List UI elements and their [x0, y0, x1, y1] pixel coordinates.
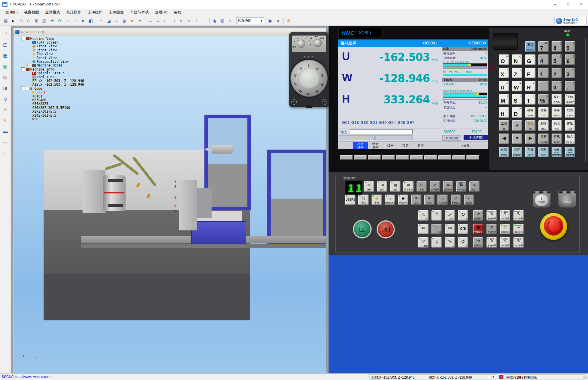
softkey[interactable]: 绝对 坐标	[368, 142, 383, 149]
keypad-key[interactable]: ▲	[512, 120, 522, 131]
keypad-key[interactable]: 搜索 SER	[525, 107, 536, 118]
keypad-key[interactable]: 转换 CHG	[538, 107, 549, 118]
tree-item[interactable]: + Machine Model	[17, 64, 149, 67]
toolbar-icon[interactable]: ▼	[177, 17, 185, 24]
tree-item[interactable]: Top View	[17, 52, 149, 56]
jog-button[interactable]: ⇧ +4TH	[445, 210, 455, 221]
toolbar-icon[interactable]: ▫	[72, 17, 79, 24]
keypad-key[interactable]: 下页 ▥	[525, 120, 536, 131]
keypad-key[interactable]: SP 7	[538, 41, 549, 52]
spindle-button[interactable]: -10% ∿ G01倍率	[513, 237, 524, 248]
mode-button[interactable]: ⊙ 手动换刀	[451, 195, 461, 205]
tree-item[interactable]: − G Code	[17, 87, 149, 90]
keypad-key[interactable]: 上页 ▤	[499, 120, 509, 131]
mode-button[interactable]: ⇥ 自动	[377, 181, 387, 192]
menu-item[interactable]: 工件操作	[85, 9, 106, 15]
keypad-key[interactable]: 程序 PROG	[512, 147, 522, 157]
keypad-key[interactable]: ' 1	[538, 68, 549, 78]
keypad-key[interactable]: L G	[525, 54, 536, 65]
side-toolbar-icon[interactable]: ↯	[2, 117, 9, 124]
spindle-button[interactable]: ▣ 主轴停止	[473, 224, 483, 234]
toolbar-icon[interactable]: ⊏	[162, 17, 169, 24]
softkey[interactable]: 综合	[383, 142, 398, 149]
menu-item[interactable]: 显示模式	[42, 9, 63, 15]
jog-button[interactable]: ⇧ -Y	[445, 237, 455, 248]
side-toolbar-icon[interactable]: ▬	[2, 128, 9, 135]
jog-button[interactable]: ⇧	[418, 224, 429, 234]
keypad-key[interactable]: $ %	[538, 94, 549, 105]
toolbar-icon[interactable]: ➤	[79, 17, 87, 24]
jog-button[interactable]: ⇧ +Y	[418, 210, 429, 221]
toolbar-icon[interactable]: ⟳	[56, 17, 63, 24]
power-on-button[interactable]: |电源开	[533, 191, 550, 207]
mode-button[interactable]: ☼ 机床照明	[437, 195, 448, 205]
fkey-button[interactable]	[410, 155, 423, 160]
jog-button[interactable]: ⇧	[445, 224, 455, 234]
toolbar-icon[interactable]: ◍	[121, 17, 128, 24]
jog-button[interactable]: C/S	[458, 224, 468, 234]
mode-button[interactable]: ◐ 选择停	[464, 195, 474, 205]
tree-expand-box[interactable]: −	[21, 67, 25, 71]
fkey-button[interactable]	[424, 155, 437, 160]
mode-button[interactable]: ⊠ 机床锁住	[443, 181, 453, 192]
toolbar-icon[interactable]: ≋	[113, 17, 120, 24]
side-toolbar-icon[interactable]: ⊙	[2, 95, 9, 103]
jog-button[interactable]: ↻ C	[458, 210, 468, 221]
mode-button[interactable]: ▤ MDI	[390, 181, 401, 192]
keypad-key[interactable]: P O	[499, 54, 509, 65]
mode-button[interactable]: ◉ 手摇试切	[398, 195, 408, 205]
toolbar-icon[interactable]: ☁	[146, 17, 154, 24]
toolbar-icon[interactable]: ▪	[226, 17, 234, 24]
menu-item[interactable]: 查看(V)	[152, 9, 171, 15]
keypad-key[interactable]: 修改 ALT	[565, 120, 575, 131]
keypad-key[interactable]: [ 5	[552, 54, 562, 65]
tree-item[interactable]: Reset View	[17, 56, 149, 60]
toolbar-icon[interactable]	[209, 18, 210, 24]
maximize-button[interactable]: □	[562, 0, 575, 9]
side-toolbar-icon[interactable]: ▨	[2, 73, 9, 81]
toolbar-icon[interactable]: ⊕	[17, 17, 25, 24]
mode-button[interactable]: MST ⇆ MST锁住	[456, 181, 466, 192]
toolbar-icon[interactable]: ◢	[105, 17, 112, 24]
tree-item[interactable]: Perspective View	[17, 60, 149, 63]
side-toolbar-icon[interactable]: ◰	[2, 41, 9, 48]
toolbar-icon[interactable]: ✶	[136, 17, 143, 24]
keypad-key[interactable]: = 3	[565, 68, 575, 78]
mode-button[interactable]: ☝ 手动	[372, 195, 382, 205]
keypad-key[interactable]: A U	[499, 81, 509, 91]
remote-assist-combo[interactable]: 远程协助 ▼	[236, 17, 264, 24]
spindle-button[interactable]: +25% ∿ G00倍率	[500, 210, 510, 221]
keypad-key[interactable]: ▶	[525, 134, 536, 144]
keypad-key[interactable]: / .	[565, 81, 575, 91]
tree-item[interactable]: X27Z-30I-5.5	[17, 109, 149, 113]
spindle-button[interactable]: +10% ≈ 主轴倍率	[487, 210, 497, 221]
tree-item[interactable]: Full Screen	[17, 40, 149, 44]
fkey-button[interactable]	[354, 155, 367, 160]
tree-expand-box[interactable]: −	[21, 37, 25, 40]
toolbar-icon[interactable]: ‖	[193, 17, 200, 24]
toolbar-icon[interactable]: ▧	[41, 17, 48, 24]
mode-button[interactable]: ⊕ 回参考点	[403, 181, 414, 192]
softkey[interactable]	[443, 142, 458, 149]
pendant-minus-button[interactable]: −	[322, 99, 327, 105]
keypad-key[interactable]: ◀	[499, 134, 509, 144]
menu-item[interactable]: 习题与考试	[127, 9, 152, 15]
close-button[interactable]: ✕	[575, 0, 588, 9]
spindle-button[interactable]: ⟳ 主轴正转	[473, 210, 483, 221]
keypad-key[interactable]: ( 8	[552, 41, 562, 52]
side-toolbar-icon[interactable]: ▦	[2, 62, 9, 70]
jog-button[interactable]: ⇧	[431, 237, 442, 248]
keypad-key[interactable]: 刀补 OFT	[525, 147, 536, 157]
softkey[interactable]	[473, 142, 488, 149]
fkey-button[interactable]	[340, 155, 353, 160]
keypad-key[interactable]: 诊断DGN 报警ALM	[552, 147, 562, 157]
tree-item[interactable]: Spindle Status	[17, 71, 149, 75]
keypad-key[interactable]: 行首 HOME	[538, 134, 549, 144]
axis-select-knob[interactable]	[297, 40, 305, 48]
run-play-button[interactable]: ▶	[267, 17, 274, 24]
spindle-button[interactable]: -25% ∿ G00倍率	[500, 237, 510, 248]
toolbar-icon[interactable]: ▼	[185, 17, 192, 24]
tree-item[interactable]: M03S400	[17, 98, 149, 102]
side-toolbar-icon[interactable]: ⇨	[2, 139, 9, 146]
tree-item[interactable]: X24Z-30I-5.5	[17, 113, 149, 117]
